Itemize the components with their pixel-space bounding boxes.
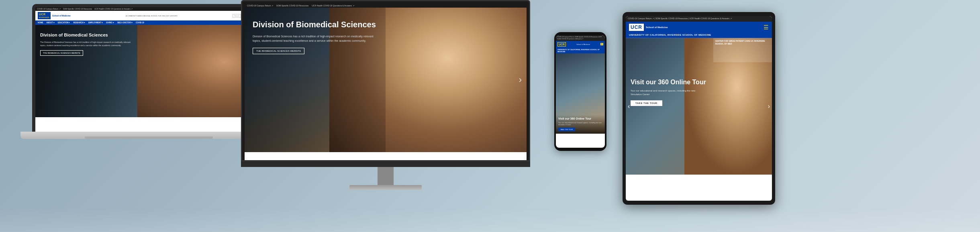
- monitor-topbar-link3[interactable]: UCR Health COVID-19 Questions & Answers …: [312, 4, 354, 7]
- laptop-hero-overlay: Division of Biomedical Sciences The Divi…: [35, 25, 137, 117]
- phone-hero-content: Visit our 360 Online Tour Tour our educa…: [556, 115, 605, 134]
- laptop-topbar: COVID-19 Campus Return ↗ SOM-Specific CO…: [35, 7, 262, 11]
- monitor-device: COVID-19 Campus Return ↗ SOM-Specific CO…: [241, 0, 530, 190]
- laptop-nav-about[interactable]: ABOUT ▾: [47, 22, 55, 24]
- laptop-main-nav: HOME ABOUT ▾ EDUCATION ▾ RESEARCH ▾ EMPL…: [35, 20, 262, 25]
- laptop-topbar-link1[interactable]: COVID-19 Campus Return ↗: [37, 8, 61, 10]
- laptop-nav-doctor[interactable]: SEE A DOCTOR ▾: [117, 22, 133, 24]
- tablet-hero: CENTER FOR SIMUE PATIENT CARE UC RIVERSI…: [626, 38, 772, 175]
- phone-logo-box: UCR: [557, 42, 566, 47]
- tablet-logo-area: UCR School of Medicine: [629, 24, 668, 31]
- phone-school-name: School of Medicine: [576, 43, 590, 45]
- monitor-stand-neck: [378, 167, 394, 185]
- phone-hero-description: Tour our educational and research spaces…: [558, 122, 602, 126]
- laptop-nav-covid[interactable]: COVID-19: [136, 22, 144, 24]
- laptop-hero-button[interactable]: THE BIOMEDICAL SCIENCES WEBSITE: [40, 50, 83, 56]
- laptop-nav-giving[interactable]: GIVING ▾: [106, 22, 114, 24]
- phone-header: UCR School of Medicine ☰: [556, 41, 605, 48]
- phone-hero: Visit our 360 Online Tour Tour our educa…: [556, 53, 605, 134]
- monitor-hero-button[interactable]: THE BIOMEDICAL SCIENCES WEBSITE: [253, 48, 304, 54]
- phone-tagline-bar: UNIVERSITY OF CALIFORNIA, RIVERSIDE SCHO…: [556, 48, 605, 53]
- laptop-hero-title: Division of Biomedical Sciences: [40, 32, 133, 38]
- tablet-menu-icon[interactable]: ☰: [764, 24, 769, 31]
- phone-hero-title: Visit our 360 Online Tour: [558, 117, 602, 120]
- monitor-topbar: COVID-19 Campus Return ↗ SOM-Specific CO…: [245, 4, 527, 8]
- phone-topbar-text: COVID-19 Campus Return | SOM-Specific CO…: [557, 36, 602, 40]
- laptop-school-name: School of Medicine: [52, 14, 71, 17]
- monitor-screen-outer: COVID-19 Campus Return ↗ SOM-Specific CO…: [241, 0, 530, 161]
- phone-topbar: COVID-19 Campus Return | SOM-Specific CO…: [556, 35, 605, 41]
- phone-device: COVID-19 Campus Return | SOM-Specific CO…: [554, 32, 606, 151]
- phone-tagline-btn[interactable]: ☰: [600, 43, 603, 45]
- laptop-nav-row: UCR RIVERSIDE School of Medicine A COMMU…: [35, 11, 262, 20]
- monitor-hero-next-arrow[interactable]: ›: [519, 75, 522, 85]
- laptop-nav-education[interactable]: EDUCATION ▾: [58, 22, 70, 24]
- monitor-hero-overlay: Division of Biomedical Sciences Division…: [245, 8, 386, 152]
- phone-hero-button[interactable]: TAKE THE TOUR: [558, 128, 575, 131]
- monitor-hero: Division of Biomedical Sciences Division…: [245, 8, 527, 152]
- tablet-hero-content: Visit our 360 Online Tour Tour our educa…: [626, 38, 772, 175]
- tablet-screen: COVID-19 Campus Return ↗ | SOM-Specific …: [626, 16, 772, 201]
- monitor-hero-description: Division of Biomedical Sciences has a ri…: [253, 34, 378, 43]
- laptop-website: COVID-19 Campus Return ↗ SOM-Specific CO…: [35, 7, 262, 132]
- laptop-search-box[interactable]: Search: [233, 14, 241, 18]
- tablet-hero-button[interactable]: TAKE THE TOUR: [631, 100, 662, 106]
- laptop-screen-outer: COVID-19 Campus Return ↗ SOM-Specific CO…: [32, 4, 265, 132]
- surface-reflection: [0, 208, 980, 232]
- laptop-logo-area: UCR RIVERSIDE School of Medicine: [38, 12, 71, 19]
- tablet-device: COVID-19 Campus Return ↗ | SOM-Specific …: [623, 12, 775, 205]
- phone-screen: COVID-19 Campus Return | SOM-Specific CO…: [556, 35, 605, 148]
- monitor-website: COVID-19 Campus Return ↗ SOM-Specific CO…: [245, 4, 527, 160]
- monitor-hero-title: Division of Biomedical Sciences: [253, 20, 378, 29]
- laptop-screen: COVID-19 Campus Return ↗ SOM-Specific CO…: [35, 7, 262, 132]
- tablet-hero-title: Visit our 360 Online Tour: [631, 78, 767, 86]
- phone-website: COVID-19 Campus Return | SOM-Specific CO…: [556, 35, 605, 148]
- tablet-outer: COVID-19 Campus Return ↗ | SOM-Specific …: [623, 12, 775, 205]
- tablet-hero-description: Tour our educational and research spaces…: [631, 89, 706, 96]
- tablet-hero-prev-arrow[interactable]: ‹: [628, 103, 630, 110]
- laptop-topbar-link3[interactable]: UCR Health COVID-19 Questions & Answers …: [94, 8, 133, 10]
- laptop-base: [20, 132, 277, 139]
- monitor-stand-top: [241, 161, 530, 167]
- laptop-hero-description: The Division of Biomedical Sciences has …: [40, 41, 133, 47]
- tablet-tagline-bar: UNIVERSITY OF CALIFORNIA, RIVERSIDE SCHO…: [626, 33, 772, 38]
- tablet-logo-box: UCR: [629, 24, 644, 31]
- laptop-topbar-link2[interactable]: SOM-Specific COVID-19 Resources: [63, 8, 92, 10]
- laptop-nav-employment[interactable]: EMPLOYMENT ▾: [88, 22, 103, 24]
- tablet-website: COVID-19 Campus Return ↗ | SOM-Specific …: [626, 16, 772, 201]
- monitor-screen: COVID-19 Campus Return ↗ SOM-Specific CO…: [245, 4, 527, 160]
- laptop-device: COVID-19 Campus Return ↗ SOM-Specific CO…: [32, 4, 265, 139]
- tablet-topbar: COVID-19 Campus Return ↗ | SOM-Specific …: [626, 16, 772, 22]
- laptop-hero: Division of Biomedical Sciences The Divi…: [35, 25, 262, 117]
- tablet-school-name: School of Medicine: [646, 26, 668, 28]
- laptop-logo-box: UCR RIVERSIDE: [38, 12, 51, 19]
- tablet-hero-next-arrow[interactable]: ›: [768, 103, 770, 110]
- laptop-tagline: A COMMUNITY-BASED MEDICAL SCHOOL FOR THE…: [126, 15, 178, 17]
- laptop-nav-research[interactable]: RESEARCH ▾: [73, 22, 85, 24]
- tablet-topbar-text: COVID-19 Campus Return ↗ | SOM-Specific …: [628, 17, 732, 20]
- monitor-topbar-link2[interactable]: SOM-Specific COVID-19 Resources: [276, 4, 308, 7]
- monitor-stand-base: [349, 185, 422, 190]
- monitor-topbar-link1[interactable]: COVID-19 Campus Return ↗: [247, 4, 273, 7]
- laptop-nav-home[interactable]: HOME: [38, 22, 43, 24]
- phone-outer: COVID-19 Campus Return | SOM-Specific CO…: [554, 32, 606, 151]
- tablet-header: UCR School of Medicine ☰: [626, 22, 772, 33]
